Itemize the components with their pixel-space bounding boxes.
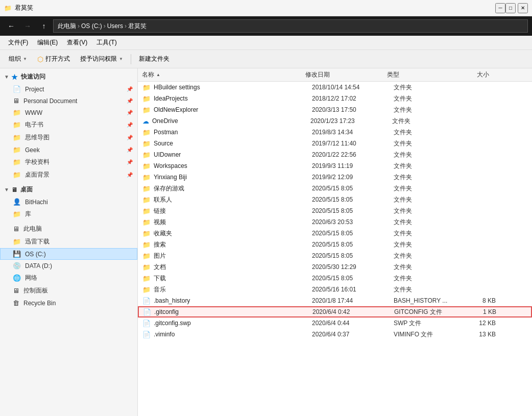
column-type[interactable]: 类型 [387, 70, 448, 79]
table-row[interactable]: 📁 Source 2019/7/12 11:40 文件夹 [138, 138, 532, 149]
file-type: 文件夹 [394, 252, 455, 260]
table-row[interactable]: 📁 图片 2020/5/15 8:05 文件夹 [138, 250, 532, 261]
sidebar-item-data-d[interactable]: 💿 DATA (D:) [0, 260, 137, 272]
sidebar-item-school[interactable]: 📁 学校资料 📌 [0, 156, 137, 168]
table-row[interactable]: 📁 Postman 2019/8/3 14:34 文件夹 [138, 127, 532, 138]
menu-view[interactable]: 查看(V) [63, 37, 91, 48]
file-date: 2020/5/15 8:05 [312, 207, 394, 214]
column-name[interactable]: 名称 ▲ [142, 70, 305, 79]
file-size: 1 KB [455, 308, 496, 315]
open-with-button[interactable]: ⬡ 打开方式 [33, 52, 75, 66]
sidebar-item-xunlei[interactable]: 📁 迅雷下载 [0, 235, 137, 248]
file-name: 搜索 [154, 240, 312, 249]
maximize-button[interactable]: □ [505, 3, 516, 13]
file-type-icon: 📁 [142, 95, 151, 103]
column-date[interactable]: 修改日期 [305, 70, 387, 79]
table-row[interactable]: 📄 .bash_history 2020/1/8 17:44 BASH_HIST… [138, 295, 532, 306]
sidebar-item-bithachi[interactable]: 👤 BitHachi [0, 196, 137, 208]
file-type-icon: 📁 [142, 185, 151, 192]
file-name: 保存的游戏 [154, 184, 312, 193]
menu-file[interactable]: 文件(F) [4, 37, 32, 48]
sidebar-item-control-panel[interactable]: 🖥 控制面板 [0, 284, 137, 297]
column-size[interactable]: 大小 [448, 70, 489, 79]
table-row[interactable]: 📁 UIDowner 2020/1/22 22:56 文件夹 [138, 149, 532, 160]
file-type: 文件夹 [394, 218, 455, 227]
folder-icon-2: 📁 [13, 121, 21, 129]
table-row[interactable]: 📁 链接 2020/5/15 8:05 文件夹 [138, 205, 532, 216]
table-row[interactable]: 📁 联系人 2020/5/15 8:05 文件夹 [138, 194, 532, 205]
folder-icon-6: 📁 [13, 171, 21, 179]
sidebar: ▼ ★ 快速访问 📄 Project 📌 🖥 Personal Document… [0, 68, 138, 416]
file-type: BASH_HISTORY ... [394, 297, 455, 304]
file-date: 2019/8/3 14:34 [312, 129, 394, 136]
sidebar-item-ebook[interactable]: 📁 电子书 📌 [0, 118, 137, 131]
sidebar-item-os-c[interactable]: 💾 OS (C:) [0, 248, 137, 260]
file-type-icon: 📁 [142, 84, 151, 91]
file-name: .bash_history [154, 297, 312, 304]
table-row[interactable]: 📁 下载 2020/5/15 8:05 文件夹 [138, 273, 532, 284]
table-row[interactable]: 📄 .gitconfig 2020/6/4 0:42 GITCONFIG 文件 … [138, 306, 532, 317]
up-button[interactable]: ↑ [37, 19, 51, 33]
file-name: Postman [154, 129, 312, 136]
main-content: ▼ ★ 快速访问 📄 Project 📌 🖥 Personal Document… [0, 68, 532, 416]
table-row[interactable]: 📄 .viminfo 2020/6/4 0:37 VIMINFO 文件 13 K… [138, 329, 532, 340]
permissions-button[interactable]: 授予访问权限 ▼ [76, 52, 128, 66]
table-row[interactable]: 📁 视频 2020/6/3 20:53 文件夹 [138, 216, 532, 228]
table-row[interactable]: 📁 Workspaces 2019/9/3 11:19 文件夹 [138, 160, 532, 172]
new-folder-button[interactable]: 新建文件夹 [134, 52, 174, 66]
file-type-icon: 📁 [142, 196, 151, 204]
quick-access-header[interactable]: ▼ ★ 快速访问 [0, 70, 137, 83]
sidebar-item-personal-document[interactable]: 🖥 Personal Document 📌 [0, 95, 137, 107]
file-date: 2020/5/30 12:29 [312, 263, 394, 271]
sidebar-item-computer[interactable]: 🖥 此电脑 [0, 223, 137, 235]
sidebar-item-network[interactable]: 🌐 网络 [0, 272, 137, 284]
desktop-header[interactable]: ▼ 🖥 桌面 [0, 183, 137, 196]
table-row[interactable]: 📁 文档 2020/5/30 12:29 文件夹 [138, 261, 532, 273]
file-type-icon: 📁 [142, 263, 151, 271]
folder-icon-3: 📁 [13, 134, 21, 141]
menu-tools[interactable]: 工具(T) [92, 37, 120, 48]
sidebar-item-mindmap[interactable]: 📁 思维导图 📌 [0, 131, 137, 144]
organize-button[interactable]: 组织 ▼ [4, 52, 32, 66]
file-type: 文件夹 [394, 128, 455, 137]
pin-icon-8: 📌 [127, 172, 133, 178]
file-date: 2019/9/2 12:09 [312, 174, 394, 181]
pin-icon-6: 📌 [127, 147, 133, 153]
path-part-4: 君莫笑 [128, 22, 147, 31]
file-type: 文件夹 [394, 139, 455, 148]
sidebar-item-recycle-bin[interactable]: 🗑 Recycle Bin [0, 297, 137, 309]
file-name: 文档 [154, 263, 312, 272]
minimize-button[interactable]: ─ [495, 3, 505, 13]
sidebar-item-geek[interactable]: 📁 Geek 📌 [0, 144, 137, 156]
close-button[interactable]: ✕ [518, 3, 528, 13]
file-name: 视频 [154, 218, 312, 227]
file-date: 2019/9/3 11:19 [312, 162, 394, 169]
table-row[interactable]: 📄 .gitconfig.swp 2020/6/4 0:44 SWP 文件 12… [138, 317, 532, 329]
table-row[interactable]: 📁 保存的游戏 2020/5/15 8:05 文件夹 [138, 183, 532, 194]
file-type-icon: 📁 [142, 129, 151, 136]
folder-icon-7: 📁 [13, 210, 21, 218]
file-date: 2020/1/22 22:56 [312, 151, 394, 158]
forward-button[interactable]: → [20, 19, 35, 33]
table-row[interactable]: 📁 收藏夹 2020/5/15 8:05 文件夹 [138, 228, 532, 239]
table-row[interactable]: ☁ OneDrive 2020/1/23 17:23 文件夹 [138, 115, 532, 127]
sidebar-item-wallpaper[interactable]: 📁 桌面背景 📌 [0, 168, 137, 181]
table-row[interactable]: 📁 Yinxiang Biji 2019/9/2 12:09 文件夹 [138, 172, 532, 183]
table-row[interactable]: 📁 IdeaProjects 2018/12/2 17:02 文件夹 [138, 93, 532, 104]
sidebar-item-project[interactable]: 📄 Project 📌 [0, 83, 137, 95]
back-button[interactable]: ← [4, 19, 18, 33]
file-name: Yinxiang Biji [154, 174, 312, 181]
sidebar-item-library[interactable]: 📁 库 [0, 208, 137, 221]
address-path[interactable]: 此电脑 › OS (C:) › Users › 君莫笑 [53, 19, 528, 33]
sidebar-item-www[interactable]: 📁 WWW 📌 [0, 107, 137, 118]
table-row[interactable]: 📁 OldNewExplorer 2020/3/13 17:50 文件夹 [138, 104, 532, 115]
title-bar-title: 君莫笑 [15, 4, 495, 12]
file-type-icon: 📁 [142, 140, 151, 148]
file-type: 文件夹 [394, 207, 455, 215]
table-row[interactable]: 📁 音乐 2020/5/16 16:01 文件夹 [138, 284, 532, 295]
menu-edit[interactable]: 编辑(E) [33, 37, 62, 48]
file-name: OldNewExplorer [154, 106, 312, 113]
table-row[interactable]: 📁 HBuilder settings 2018/10/14 14:54 文件夹 [138, 82, 532, 93]
pin-icon-4: 📌 [127, 122, 133, 128]
table-row[interactable]: 📁 搜索 2020/5/15 8:05 文件夹 [138, 239, 532, 250]
